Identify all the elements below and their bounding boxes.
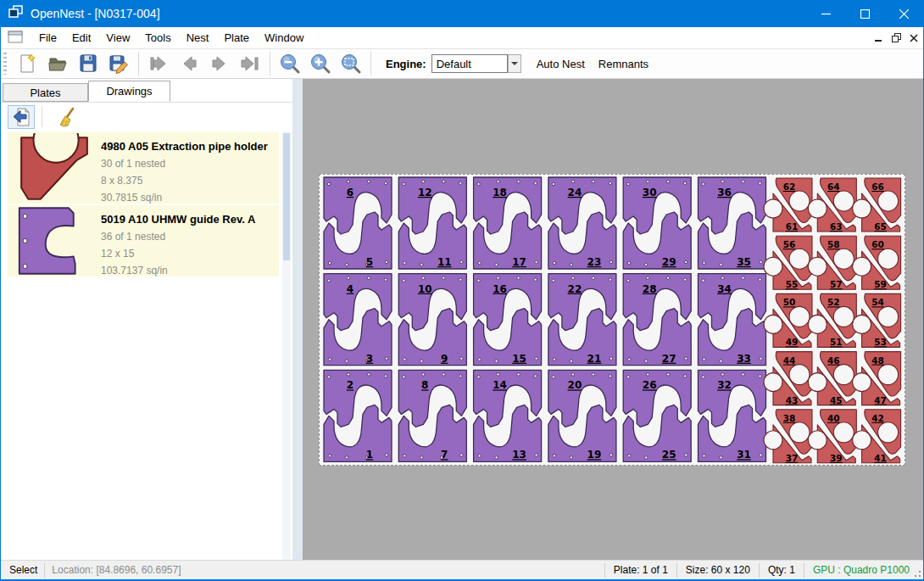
- status-location: Location: [84.8696, 60.6957]: [52, 564, 181, 576]
- nav-first-button[interactable]: [143, 51, 174, 76]
- nest-cell-red[interactable]: 5251: [808, 293, 856, 347]
- nest-cell-purple[interactable]: 2423: [548, 177, 616, 269]
- remnants-button[interactable]: Remnants: [592, 53, 655, 75]
- nest-canvas[interactable]: 6512111817242330293635431091615222128273…: [292, 79, 923, 560]
- nest-cell-red[interactable]: 4645: [808, 352, 856, 405]
- nest-cell-red[interactable]: 5049: [764, 293, 812, 347]
- mdi-minimize-button[interactable]: [875, 32, 883, 45]
- svg-text:63: 63: [830, 221, 843, 232]
- zoom-out-button[interactable]: [275, 51, 305, 76]
- svg-text:31: 31: [737, 449, 751, 461]
- plate-sheet[interactable]: 6512111817242330293635431091615222128273…: [319, 174, 905, 466]
- engine-select[interactable]: Default: [431, 54, 508, 73]
- nest-cell-red[interactable]: 5655: [764, 236, 812, 289]
- nest-cell-purple[interactable]: 3029: [623, 177, 691, 269]
- import-drawing-button[interactable]: [8, 105, 35, 129]
- clear-drawings-button[interactable]: [53, 105, 80, 129]
- plate-svg: 6512111817242330293635431091615222128273…: [320, 175, 905, 465]
- svg-text:35: 35: [737, 256, 751, 268]
- nest-cell-red[interactable]: 6059: [853, 236, 901, 289]
- nest-cell-red[interactable]: 5857: [808, 236, 856, 289]
- svg-text:51: 51: [830, 337, 843, 347]
- drawing-size: 8 x 8.375: [101, 172, 274, 189]
- maximize-button[interactable]: [845, 0, 884, 27]
- menu-plate[interactable]: Plate: [216, 28, 257, 47]
- menu-file[interactable]: File: [31, 28, 64, 47]
- svg-text:9: 9: [441, 353, 448, 365]
- drawing-size: 12 x 15: [101, 245, 274, 262]
- nest-cell-red[interactable]: 6261: [764, 178, 812, 232]
- new-button[interactable]: [12, 51, 42, 76]
- resize-grip[interactable]: [913, 569, 921, 578]
- zoom-in-button[interactable]: [305, 51, 336, 76]
- list-item-drawing-2[interactable]: 5019 A10 UHMW guide Rev. A 36 of 1 neste…: [8, 205, 279, 277]
- nest-cell-purple[interactable]: 65: [324, 177, 392, 269]
- list-item-drawing-1[interactable]: 4980 A05 Extraction pipe holder 30 of 1 …: [8, 132, 279, 204]
- nest-cell-red[interactable]: 5453: [853, 293, 901, 347]
- part-thumbnail-red: [13, 138, 94, 198]
- nest-cell-purple[interactable]: 1211: [398, 177, 466, 269]
- nest-cell-red[interactable]: 4039: [808, 410, 856, 463]
- svg-text:5: 5: [366, 256, 373, 268]
- nest-cell-purple[interactable]: 3433: [699, 274, 766, 366]
- nav-last-button[interactable]: [235, 51, 265, 76]
- menu-view[interactable]: View: [98, 28, 137, 47]
- minimize-button[interactable]: [806, 0, 845, 27]
- nest-cell-purple[interactable]: 2221: [548, 274, 616, 366]
- open-button[interactable]: [42, 51, 73, 76]
- svg-text:59: 59: [874, 279, 887, 289]
- svg-text:34: 34: [717, 283, 732, 295]
- nest-cell-purple[interactable]: 1615: [474, 274, 542, 366]
- mdi-close-button[interactable]: [910, 32, 918, 45]
- svg-text:30: 30: [643, 187, 657, 198]
- svg-text:60: 60: [871, 239, 884, 249]
- svg-text:32: 32: [717, 379, 732, 391]
- svg-text:25: 25: [662, 449, 676, 461]
- chevron-down-icon[interactable]: [508, 54, 521, 73]
- nest-cell-red[interactable]: 3837: [764, 410, 812, 463]
- nest-cell-purple[interactable]: 109: [398, 274, 466, 366]
- nest-cell-red[interactable]: 4241: [853, 410, 901, 463]
- nest-cell-purple[interactable]: 3231: [699, 370, 766, 461]
- nest-cell-purple[interactable]: 2827: [623, 274, 691, 366]
- menu-window[interactable]: Window: [257, 28, 311, 47]
- nest-cell-red[interactable]: 4443: [764, 352, 812, 405]
- svg-text:4: 4: [347, 283, 353, 295]
- nest-cell-purple[interactable]: 2019: [548, 370, 616, 461]
- drawing-area: 103.7137 sq/in: [101, 262, 274, 279]
- auto-nest-button[interactable]: Auto Nest: [530, 53, 592, 75]
- svg-text:18: 18: [493, 187, 507, 198]
- svg-text:26: 26: [643, 379, 657, 391]
- save-button[interactable]: [73, 51, 103, 76]
- nest-cell-purple[interactable]: 87: [398, 370, 466, 461]
- svg-text:28: 28: [643, 283, 657, 295]
- nest-cell-purple[interactable]: 3635: [699, 177, 766, 269]
- sidebar-scrollbar[interactable]: [282, 131, 291, 560]
- menu-tools[interactable]: Tools: [137, 28, 178, 47]
- nest-cell-purple[interactable]: 2625: [623, 370, 691, 461]
- nest-cell-purple[interactable]: 1413: [474, 370, 542, 461]
- close-button[interactable]: [884, 0, 923, 27]
- svg-text:14: 14: [493, 379, 507, 391]
- nest-cell-red[interactable]: 4847: [853, 352, 901, 405]
- svg-text:22: 22: [568, 283, 582, 295]
- nest-cell-purple[interactable]: 21: [324, 370, 392, 461]
- zoom-fit-button[interactable]: [336, 51, 366, 76]
- save-as-button[interactable]: [103, 51, 134, 76]
- tab-drawings[interactable]: Drawings: [88, 81, 170, 102]
- nav-next-button[interactable]: [204, 51, 235, 76]
- svg-text:24: 24: [568, 187, 582, 198]
- nest-cell-purple[interactable]: 43: [324, 274, 392, 366]
- mdi-restore-button[interactable]: [892, 32, 901, 45]
- svg-text:33: 33: [737, 353, 751, 365]
- menu-nest[interactable]: Nest: [179, 28, 217, 47]
- nest-cell-purple[interactable]: 1817: [474, 177, 542, 269]
- menu-edit[interactable]: Edit: [64, 28, 98, 47]
- nest-cell-red[interactable]: 6665: [853, 178, 901, 232]
- svg-text:3: 3: [366, 353, 373, 365]
- nav-prev-button[interactable]: [174, 51, 204, 76]
- tab-plates[interactable]: Plates: [3, 83, 88, 102]
- status-separator: [604, 563, 605, 578]
- nest-cell-red[interactable]: 6463: [808, 178, 856, 232]
- scrollbar-thumb[interactable]: [283, 133, 290, 260]
